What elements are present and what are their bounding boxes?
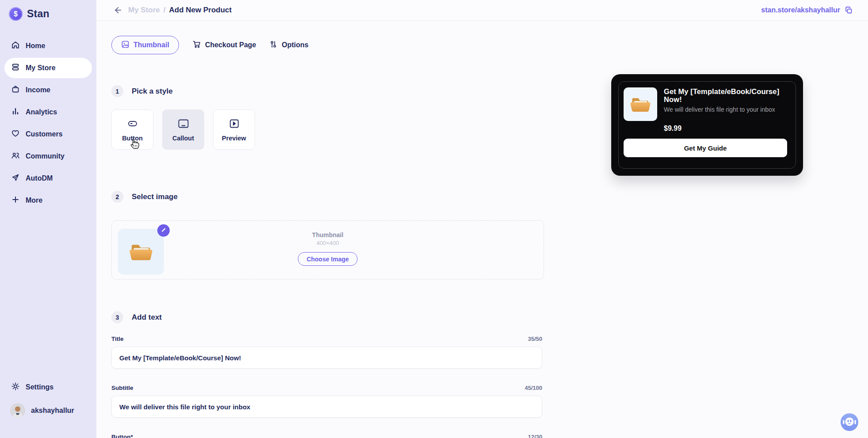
sidebar-item-customers[interactable]: Customers <box>4 124 92 144</box>
preview-subtitle: We will deliver this file right to your … <box>664 106 791 113</box>
sidebar-user[interactable]: akshayhallur <box>4 400 92 421</box>
title-label: Title <box>111 336 124 342</box>
sidebar-item-income[interactable]: Income <box>4 80 92 100</box>
store-stack-icon <box>11 63 20 73</box>
preview-style-icon <box>228 118 240 131</box>
page-title: Add New Product <box>169 6 232 15</box>
tab-label: Options <box>282 41 308 49</box>
tab-options[interactable]: Options <box>269 36 308 54</box>
image-upload-zone: Thumbnail 400×400 Choose Image <box>111 220 544 279</box>
button-label: Button* <box>111 434 133 438</box>
step-title: Pick a style <box>132 87 173 96</box>
style-option-button[interactable]: Button <box>111 110 153 150</box>
stan-dollar-logo-icon: $ <box>9 7 23 21</box>
style-option-preview[interactable]: Preview <box>213 110 255 150</box>
plus-icon <box>11 195 20 206</box>
style-option-label: Button <box>122 135 143 142</box>
chat-widget-button[interactable] <box>840 413 859 431</box>
sidebar-item-more[interactable]: More <box>4 190 92 211</box>
preview-title: Get My [Template/eBook/Course] Now! <box>664 87 791 104</box>
callout-style-icon <box>177 118 190 131</box>
tab-label: Thumbnail <box>133 41 169 49</box>
title-char-counter: 35/50 <box>528 336 542 342</box>
step-title: Add text <box>132 313 162 322</box>
style-option-callout[interactable]: Callout <box>162 110 204 150</box>
brand-logo[interactable]: $ Stan <box>4 7 92 21</box>
tab-checkout-page[interactable]: Checkout Page <box>192 36 256 54</box>
gear-icon <box>11 382 20 393</box>
top-bar: My Store / Add New Product stan.store/ak… <box>96 0 868 21</box>
sidebar-item-my-store[interactable]: My Store <box>4 58 92 78</box>
upload-dimensions: 400×400 <box>316 240 339 246</box>
step-number-badge: 2 <box>111 191 123 203</box>
sidebar-item-community[interactable]: Community <box>4 146 92 166</box>
style-option-label: Preview <box>222 135 246 142</box>
image-icon <box>121 40 129 50</box>
sidebar-item-label: Settings <box>26 383 53 391</box>
add-text-form: Title 35/50 Subtitle 45/100 Button* 12/3… <box>111 336 542 438</box>
style-option-label: Callout <box>172 135 194 142</box>
sidebar: $ Stan Home My Store Income Analytics Cu… <box>0 0 96 438</box>
sidebar-item-label: Community <box>26 152 65 160</box>
button-field-group: Button* 12/30 <box>111 434 542 438</box>
button-char-counter: 12/30 <box>528 434 542 438</box>
username: akshayhallur <box>31 407 74 415</box>
send-plane-icon <box>11 173 20 184</box>
style-picker: Button Callout Preview <box>111 110 255 150</box>
main-content: My Store / Add New Product stan.store/ak… <box>96 0 868 438</box>
people-icon <box>11 151 20 162</box>
subtitle-char-counter: 45/100 <box>525 385 542 391</box>
breadcrumb: My Store / Add New Product <box>128 6 232 15</box>
step-1-header: 1 Pick a style <box>111 85 173 97</box>
subtitle-field-group: Subtitle 45/100 <box>111 385 542 418</box>
brand-name: Stan <box>27 8 49 20</box>
tab-thumbnail[interactable]: Thumbnail <box>111 36 179 54</box>
copy-icon[interactable] <box>845 6 853 15</box>
step-title: Select image <box>132 193 178 201</box>
tab-bar: Thumbnail Checkout Page Options <box>111 36 308 54</box>
home-icon <box>11 41 20 51</box>
sidebar-item-autodm[interactable]: AutoDM <box>4 168 92 189</box>
wallet-icon <box>11 85 20 95</box>
preview-price: $9.99 <box>664 125 791 132</box>
store-url-link[interactable]: stan.store/akshayhallur <box>761 6 840 14</box>
sidebar-item-label: Analytics <box>26 108 57 116</box>
step-2-header: 2 Select image <box>111 191 178 203</box>
cart-icon <box>192 40 201 50</box>
choose-image-button[interactable]: Choose Image <box>298 252 358 266</box>
upload-placeholder-title: Thumbnail <box>312 231 343 238</box>
product-preview-card: Get My [Template/eBook/Course] Now! We w… <box>611 74 803 176</box>
heart-icon <box>11 129 20 140</box>
breadcrumb-separator: / <box>164 6 166 15</box>
button-style-icon <box>126 118 139 131</box>
step-number-badge: 3 <box>111 311 123 323</box>
preview-cta-button[interactable]: Get My Guide <box>624 139 787 157</box>
user-avatar <box>10 403 25 418</box>
title-field-group: Title 35/50 <box>111 336 542 369</box>
back-button[interactable] <box>112 5 122 15</box>
sidebar-item-label: My Store <box>26 64 56 72</box>
sidebar-item-label: Home <box>26 42 45 50</box>
tab-label: Checkout Page <box>205 41 256 49</box>
sidebar-item-label: Income <box>26 86 50 94</box>
sidebar-item-label: More <box>26 196 42 204</box>
sidebar-item-home[interactable]: Home <box>4 36 92 56</box>
breadcrumb-parent[interactable]: My Store <box>128 6 160 15</box>
sidebar-item-settings[interactable]: Settings <box>4 377 92 397</box>
title-input[interactable] <box>111 347 542 369</box>
sidebar-item-label: Customers <box>26 130 63 138</box>
step-3-header: 3 Add text <box>111 311 162 323</box>
subtitle-label: Subtitle <box>111 385 133 391</box>
step-number-badge: 1 <box>111 85 123 97</box>
sidebar-item-label: AutoDM <box>26 174 53 182</box>
subtitle-input[interactable] <box>111 396 542 418</box>
sidebar-item-analytics[interactable]: Analytics <box>4 102 92 122</box>
sliders-icon <box>269 40 278 50</box>
preview-product-image <box>624 87 657 121</box>
bar-chart-icon <box>11 107 20 117</box>
